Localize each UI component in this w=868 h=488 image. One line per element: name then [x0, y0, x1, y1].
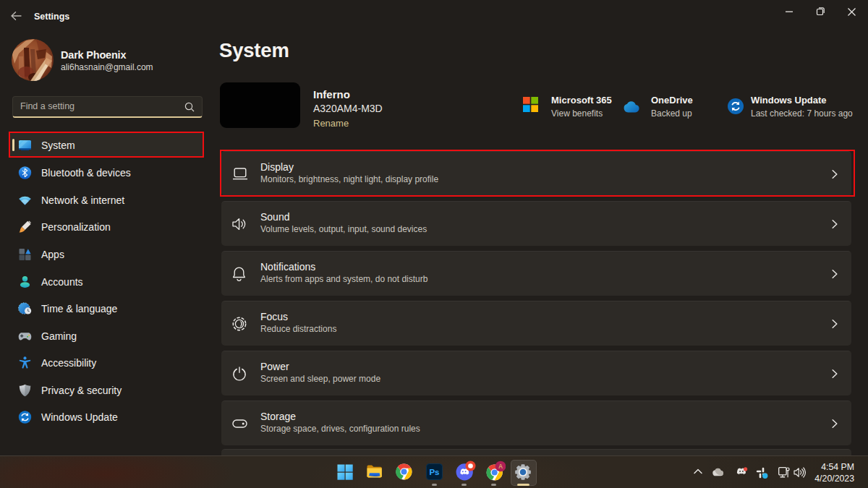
- svg-text:Ps: Ps: [429, 468, 439, 476]
- svg-text:A: A: [498, 463, 503, 470]
